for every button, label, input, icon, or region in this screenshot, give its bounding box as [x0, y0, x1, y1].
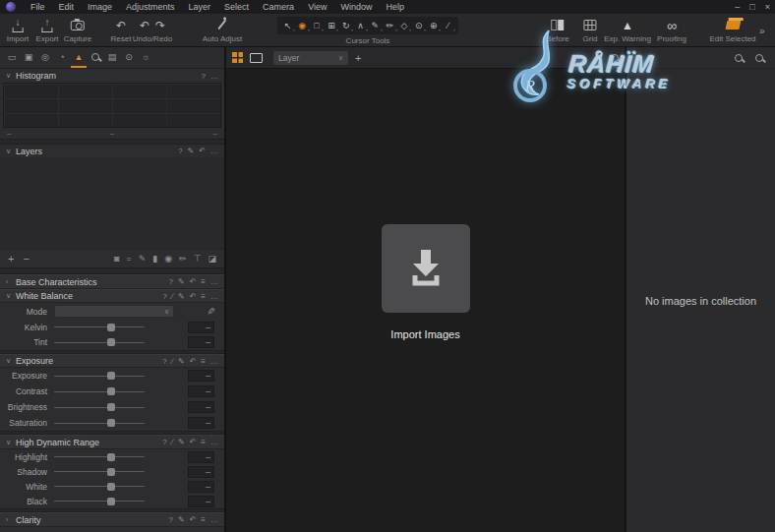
slider-thumb[interactable] — [107, 498, 115, 505]
highlight-value-field[interactable]: – — [188, 451, 214, 463]
reset-icon[interactable]: ↶ — [190, 357, 197, 366]
tab-capture[interactable]: ▣ — [21, 47, 36, 68]
reset-icon[interactable]: ↶ — [190, 292, 197, 301]
export-button[interactable]: ↑ Export — [35, 17, 58, 43]
reset-icon[interactable]: ↶ — [190, 277, 197, 286]
multi-view-icon[interactable] — [232, 52, 243, 63]
menu-edit[interactable]: Edit — [52, 0, 82, 14]
tab-metadata[interactable]: ⊙ — [121, 47, 137, 68]
presets-icon[interactable]: ≡ — [201, 357, 206, 366]
saturation-slider[interactable] — [54, 423, 145, 424]
rotate-tool[interactable]: ↻ — [338, 18, 353, 33]
undo-icon[interactable]: ↶ — [140, 19, 149, 32]
layers-header[interactable]: ∨ Layers ? ✎ ↶ … — [0, 145, 224, 157]
tab-exposure[interactable]: ▲ — [71, 47, 87, 68]
more-icon[interactable]: … — [210, 147, 218, 155]
proofing-button[interactable]: ∞ Proofing — [657, 17, 686, 43]
black-slider[interactable] — [54, 501, 145, 502]
contrast-slider[interactable] — [54, 391, 145, 392]
auto-adjust-button[interactable]: Auto Adjust — [203, 17, 242, 43]
help-icon[interactable]: ? — [168, 277, 172, 286]
help-icon[interactable]: ? — [202, 72, 206, 81]
kelvin-value-field[interactable]: – — [188, 322, 214, 333]
erase-mask-tool[interactable]: ✏ — [383, 18, 397, 33]
draw-mask-tool[interactable]: ✎ — [368, 18, 383, 33]
draw-mask-icon[interactable]: ✏ — [179, 254, 187, 264]
saturation-value-field[interactable]: – — [188, 417, 214, 429]
tab-adjustments[interactable]: ▤ — [104, 47, 120, 68]
add-layer-button[interactable]: + — [8, 251, 14, 267]
opacity-icon[interactable]: = — [126, 254, 131, 264]
tab-library[interactable]: ▭ — [4, 47, 20, 68]
remove-layer-button[interactable]: − — [23, 251, 29, 267]
white-balance-picker-icon[interactable]: ✎ — [205, 307, 215, 315]
radial-mask-icon[interactable]: ◉ — [164, 254, 172, 264]
tab-color[interactable]: ◔ — [54, 47, 70, 68]
keystone-tool[interactable]: ∧ — [353, 18, 368, 33]
toolbar-overflow-icon[interactable]: » — [759, 26, 765, 36]
highlight-slider[interactable] — [54, 456, 145, 457]
slider-thumb[interactable] — [107, 338, 115, 346]
mask-visibility-icon[interactable]: ◙ — [114, 254, 119, 264]
menu-help[interactable]: Help — [380, 0, 412, 14]
white-balance-header[interactable]: ∨ White Balance ? ∕ ✎ ↶ ≡ … — [0, 289, 224, 303]
help-icon[interactable]: ? — [168, 515, 172, 524]
maximize-button[interactable]: □ — [749, 0, 754, 14]
menu-layer[interactable]: Layer — [182, 0, 218, 14]
help-icon[interactable]: ? — [178, 147, 182, 155]
wb-mode-dropdown[interactable]: ∨ — [54, 305, 174, 318]
reset-icon[interactable]: ↶ — [199, 147, 206, 155]
local-adjust-icon[interactable]: ∕ — [172, 357, 173, 366]
crop-tool[interactable]: ⊞ — [324, 18, 338, 33]
slider-thumb[interactable] — [107, 372, 115, 380]
hdr-header[interactable]: ∨ High Dynamic Range ? ∕ ✎ ↶ ≡ … — [0, 435, 224, 449]
white-slider[interactable] — [54, 486, 145, 487]
viewer-zoom-icon[interactable] — [611, 54, 619, 62]
clarity-header[interactable]: › Clarity ? ✎ ↶ ≡ … — [0, 512, 224, 527]
slider-thumb[interactable] — [107, 324, 115, 331]
slider-thumb[interactable] — [107, 387, 115, 395]
menu-window[interactable]: Window — [333, 0, 379, 14]
clone-tool[interactable]: ⊕ — [426, 18, 441, 33]
erase-mask-icon[interactable]: ◪ — [208, 254, 216, 264]
slider-thumb[interactable] — [107, 419, 115, 427]
black-value-field[interactable]: – — [188, 496, 214, 507]
brightness-value-field[interactable]: – — [188, 401, 214, 413]
shadow-slider[interactable] — [54, 471, 145, 472]
import-images-button[interactable] — [382, 224, 470, 313]
before-button[interactable]: Before — [546, 17, 569, 43]
redo-icon[interactable]: ↷ — [155, 19, 165, 32]
exp-warning-button[interactable]: ▲ Exp. Warning — [604, 17, 651, 43]
slider-thumb[interactable] — [107, 453, 115, 461]
shadow-value-field[interactable]: – — [188, 466, 214, 478]
undo-redo-button[interactable]: ↶ ↷ Undo/Redo — [133, 17, 172, 43]
close-button[interactable]: × — [765, 0, 770, 14]
edit-icon[interactable]: ✎ — [178, 292, 185, 301]
reset-icon[interactable]: ↶ — [190, 515, 197, 524]
gradient-mask-icon[interactable]: ▮ — [152, 254, 157, 264]
capture-button[interactable]: Capture — [64, 17, 91, 43]
gradient-mask-tool[interactable]: ◇ — [397, 18, 412, 33]
base-characteristics-header[interactable]: › Base Characteristics ? ✎ ↶ ≡ … — [0, 274, 224, 289]
presets-icon[interactable]: ≡ — [201, 292, 206, 301]
exposure-header[interactable]: ∨ Exposure ? ∕ ✎ ↶ ≡ … — [0, 354, 224, 368]
slider-thumb[interactable] — [107, 468, 115, 476]
spot-tool[interactable]: ∕ — [441, 18, 455, 33]
slider-thumb[interactable] — [107, 483, 115, 491]
edit-icon[interactable]: ✎ — [178, 438, 185, 446]
exposure-value-field[interactable]: – — [188, 370, 214, 382]
menu-select[interactable]: Select — [217, 0, 256, 14]
menu-file[interactable]: File — [24, 0, 52, 14]
tab-output[interactable]: ☼ — [138, 47, 153, 68]
local-adjust-icon[interactable]: ∕ — [172, 438, 173, 446]
import-button[interactable]: ↓ Import — [7, 17, 30, 43]
more-icon[interactable]: … — [210, 292, 218, 301]
tab-lens[interactable]: ◎ — [37, 47, 53, 68]
presets-icon[interactable]: ≡ — [201, 277, 206, 286]
exposure-slider[interactable] — [54, 376, 145, 377]
browser-filter-icon[interactable] — [735, 54, 743, 62]
pan-tool[interactable]: ◉ — [295, 18, 310, 33]
edit-icon[interactable]: ✎ — [188, 147, 195, 155]
white-value-field[interactable]: – — [188, 481, 214, 493]
tint-slider[interactable] — [54, 342, 145, 343]
